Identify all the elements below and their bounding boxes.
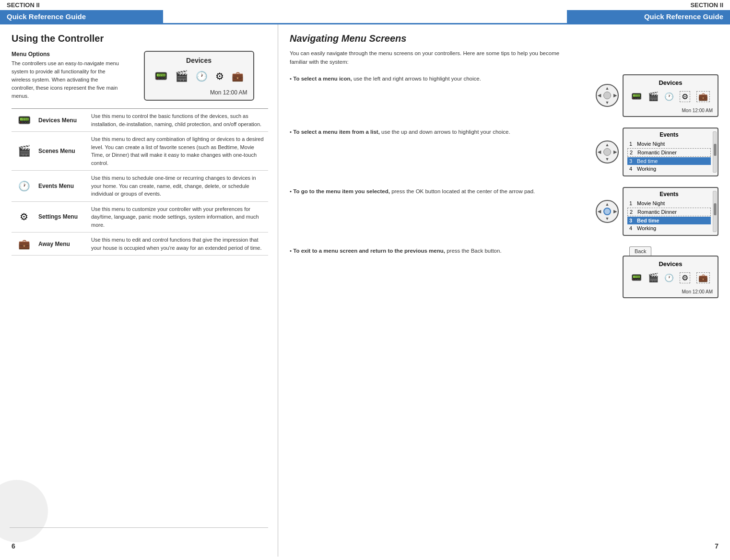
arrow-pad-center-tip3	[603, 208, 611, 215]
menu-icon-cell: 📟	[12, 109, 36, 132]
tip1-away-icon: 💼	[696, 91, 710, 102]
tip1-paragraph: • To select a menu icon, use the left an…	[290, 74, 588, 83]
tip4-text: • To exit to a menu screen and return to…	[290, 246, 615, 255]
scrollbar-tip3	[713, 191, 717, 232]
tip1-screen-area: ▲ ▼ ◀ ▶ Devices 📟 🎬 🕐 ⚙ 💼	[596, 74, 718, 117]
menu-name-cell: Events Menu	[36, 171, 89, 202]
events-menu-icon: 🕐	[18, 181, 30, 191]
tip4-settings-icon: ⚙	[680, 272, 690, 283]
tip2-item-3: 3Bed time	[627, 157, 711, 165]
tip4-back-area: Back Devices 📟 🎬 🕐 ⚙ 💼 Mon 12:00 AM	[623, 246, 718, 298]
arrow-down-tip3: ▼	[605, 216, 610, 221]
tip3-item-2: 2Romantic Dinner	[627, 208, 711, 216]
arrow-down-icon: ▼	[605, 100, 610, 105]
scenes-menu-icon: 🎬	[18, 145, 31, 157]
tip4-events-icon: 🕐	[664, 273, 674, 282]
table-row: 💼 Away Menu Use this menu to edit and co…	[12, 233, 268, 256]
tip2-screen-title: Events	[627, 131, 711, 138]
controller-screen-main: Devices 📟 🎬 🕐 ⚙ 💼 Mon 12:00 AM	[144, 51, 254, 101]
arrow-right-icon: ▶	[613, 93, 617, 98]
table-row: 🕐 Events Menu Use this menu to schedule …	[12, 171, 268, 202]
arrow-left-tip2: ◀	[598, 150, 601, 154]
tip3-text: • To go to the menu item you selected, p…	[290, 187, 588, 196]
nav-tip-row-4: • To exit to a menu screen and return to…	[290, 246, 718, 298]
menu-name-cell: Scenes Menu	[36, 132, 89, 171]
tip4-bold: To exit to a menu screen and return to t…	[293, 248, 445, 254]
menu-icon-cell: 🕐	[12, 171, 36, 202]
qrg-bar-right: Quick Reference Guide	[567, 10, 730, 23]
menu-desc-cell: Use this menu to customize your controll…	[89, 201, 268, 233]
table-row: 📟 Devices Menu Use this menu to control …	[12, 109, 268, 132]
section-label-right: SECTION II	[683, 0, 730, 10]
menu-desc-cell: Use this menu to edit and control functi…	[89, 233, 268, 256]
tip3-item-1: 1Movie Night	[627, 199, 711, 207]
tip4-paragraph: • To exit to a menu screen and return to…	[290, 246, 615, 255]
tip3-screen-title: Events	[627, 191, 711, 198]
tip3-screen-area: ▲ ▼ ◀ ▶ Events 1Movie Night 2Romantic Di…	[596, 187, 718, 236]
menu-icon-cell: 💼	[12, 233, 36, 256]
away-menu-icon: 💼	[18, 239, 30, 249]
tip1-screen-title: Devices	[628, 79, 713, 86]
menu-desc-cell: Use this menu to schedule one-time or re…	[89, 171, 268, 202]
arrow-up-icon: ▲	[605, 86, 610, 91]
menu-desc-cell: Use this menu to control the basic funct…	[89, 109, 268, 132]
nav-tip-row-1: • To select a menu icon, use the left an…	[290, 74, 718, 117]
tip2-text: • To select a menu item from a list, use…	[290, 128, 588, 136]
menu-name-cell: Settings Menu	[36, 201, 89, 233]
devices-menu-icon: 📟	[18, 114, 31, 126]
tip1-device-screen: Devices 📟 🎬 🕐 ⚙ 💼 Mon 12:00 AM	[623, 74, 718, 117]
devices-icon: 📟	[154, 70, 167, 82]
tip1-settings-icon: ⚙	[680, 91, 690, 102]
tip1-devices-icon: 📟	[631, 91, 642, 102]
nav-tip-row-3: • To go to the menu item you selected, p…	[290, 187, 718, 236]
scenes-icon: 🎬	[175, 70, 188, 82]
menu-icon-cell: ⚙	[12, 201, 36, 233]
right-panel-title: Navigating Menu Screens	[290, 33, 718, 44]
controller-screen-main-time: Mon 12:00 AM	[151, 89, 247, 96]
tip4-screen-icons-row: 📟 🎬 🕐 ⚙ 💼	[628, 270, 713, 285]
tip2-item-2: 2Romantic Dinner	[627, 148, 711, 157]
tip1-bold: To select a menu icon,	[293, 76, 352, 82]
tip1-screen-time: Mon 12:00 AM	[628, 108, 713, 113]
menu-table: 📟 Devices Menu Use this menu to control …	[12, 108, 268, 256]
arrow-up-tip2: ▲	[605, 142, 610, 147]
arrow-pad-tip2: ▲ ▼ ◀ ▶	[596, 140, 619, 163]
tip1-events-icon: 🕐	[664, 92, 674, 101]
qrg-bar-left: Quick Reference Guide	[0, 10, 163, 23]
tip4-device-screen: Devices 📟 🎬 🕐 ⚙ 💼 Mon 12:00 AM	[623, 256, 718, 298]
tip2-screen-area: ▲ ▼ ◀ ▶ Events 1Movie Night 2Romantic Di…	[596, 128, 718, 176]
section-label-left: SECTION II	[0, 0, 163, 10]
tip3-item-3: 3Bed time	[627, 217, 711, 224]
nav-intro: You can easily navigate through the menu…	[290, 49, 577, 67]
header-right: SECTION II Quick Reference Guide	[567, 0, 730, 23]
tip4-scenes-icon: 🎬	[648, 272, 659, 283]
settings-icon: ⚙	[215, 70, 224, 82]
arrow-pad-center	[603, 92, 611, 99]
tip1-screen-icons-row: 📟 🎬 🕐 ⚙ 💼	[628, 89, 713, 104]
table-row: 🎬 Scenes Menu Use this menu to direct an…	[12, 132, 268, 171]
menu-name-cell: Devices Menu	[36, 109, 89, 132]
tip3-paragraph: • To go to the menu item you selected, p…	[290, 187, 588, 196]
tip3-item-4: 4Working	[627, 224, 711, 232]
tip2-item-4: 4Working	[627, 165, 711, 173]
tip2-paragraph: • To select a menu item from a list, use…	[290, 128, 588, 136]
menu-icon-cell: 🎬	[12, 132, 36, 171]
arrow-left-tip3: ◀	[598, 209, 601, 214]
tip4-screen-time: Mon 12:00 AM	[628, 289, 713, 294]
page-number-right: 7	[715, 542, 718, 550]
page-number-left: 6	[12, 542, 15, 550]
menu-desc-cell: Use this menu to direct any combination …	[89, 132, 268, 171]
table-row: ⚙ Settings Menu Use this menu to customi…	[12, 201, 268, 233]
tip2-bold: To select a menu item from a list,	[293, 129, 380, 135]
nav-tip-row-2: • To select a menu item from a list, use…	[290, 128, 718, 176]
events-icon: 🕐	[196, 70, 208, 82]
away-icon: 💼	[232, 70, 244, 82]
right-panel: Navigating Menu Screens You can easily n…	[278, 24, 730, 557]
menu-name-cell: Away Menu	[36, 233, 89, 256]
menu-options-desc: The controllers use an easy-to-navigate …	[12, 59, 122, 100]
arrow-up-tip3: ▲	[605, 202, 610, 207]
menu-options-label: Menu Options	[12, 51, 122, 58]
arrow-pad-tip1: ▲ ▼ ◀ ▶	[596, 84, 619, 107]
arrow-right-tip3: ▶	[613, 209, 617, 214]
settings-menu-icon: ⚙	[20, 211, 28, 222]
